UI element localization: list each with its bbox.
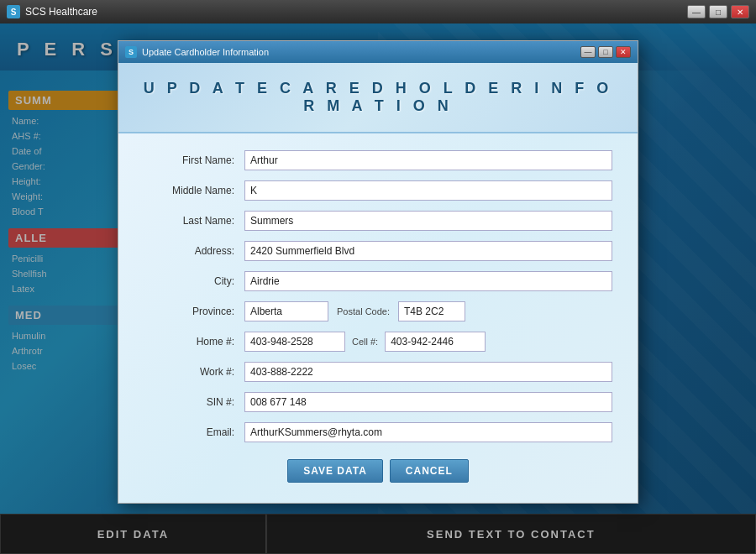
address-input[interactable]	[244, 241, 612, 261]
modal-header: U P D A T E C A R E D H O L D E R I N F …	[118, 63, 638, 133]
firstname-label: First Name:	[144, 154, 244, 166]
modal-maximize-button[interactable]: □	[598, 46, 613, 58]
save-data-button[interactable]: SAVE DATA	[287, 459, 383, 483]
city-label: City:	[144, 275, 244, 287]
firstname-input[interactable]	[244, 150, 612, 170]
province-postal-row: Province: Postal Code:	[144, 301, 612, 321]
work-row: Work #:	[144, 362, 612, 382]
city-input[interactable]	[244, 271, 612, 291]
province-label: Province:	[144, 306, 244, 317]
postal-input[interactable]	[398, 301, 465, 321]
modal-title: Update Cardholder Information	[142, 47, 575, 57]
cell-input[interactable]	[385, 332, 486, 352]
modal-controls: — □ ✕	[580, 46, 631, 58]
os-titlebar: S SCS Healthcare — □ ✕	[0, 0, 756, 24]
lastname-input[interactable]	[244, 211, 612, 231]
os-window-title: SCS Healthcare	[25, 6, 682, 18]
os-app-icon: S	[7, 5, 20, 18]
os-window-controls: — □ ✕	[687, 5, 749, 18]
os-window: S SCS Healthcare — □ ✕ P E R S O N A L H…	[0, 0, 756, 554]
os-maximize-button[interactable]: □	[709, 5, 727, 18]
sin-input[interactable]	[244, 392, 612, 412]
os-minimize-button[interactable]: —	[687, 5, 706, 18]
firstname-row: First Name:	[144, 150, 612, 170]
middlename-input[interactable]	[244, 180, 612, 201]
address-label: Address:	[144, 245, 244, 257]
home-cell-row: Home #: Cell #:	[144, 332, 612, 352]
home-label: Home #:	[144, 336, 244, 348]
modal-buttons: SAVE DATA CANCEL	[144, 452, 612, 486]
home-input[interactable]	[244, 332, 345, 352]
middlename-label: Middle Name:	[144, 185, 244, 196]
lastname-row: Last Name:	[144, 211, 612, 231]
province-input[interactable]	[244, 301, 328, 321]
work-input[interactable]	[244, 362, 612, 382]
sin-row: SIN #:	[144, 392, 612, 412]
modal-window: S Update Cardholder Information — □ ✕ U …	[118, 40, 638, 504]
city-row: City:	[144, 271, 612, 291]
postal-label: Postal Code:	[337, 306, 390, 316]
email-row: Email:	[144, 422, 612, 442]
work-label: Work #:	[144, 366, 244, 378]
lastname-label: Last Name:	[144, 215, 244, 227]
app-area: P E R S O N A L H E A L T H R E C O R D …	[0, 24, 756, 554]
middlename-row: Middle Name:	[144, 180, 612, 201]
sin-label: SIN #:	[144, 396, 244, 408]
cancel-button[interactable]: CANCEL	[390, 459, 469, 483]
address-row: Address:	[144, 241, 612, 261]
home-cell-fields: Cell #:	[244, 332, 612, 352]
modal-body: First Name: Middle Name: Last Name:	[118, 133, 638, 503]
modal-close-button[interactable]: ✕	[616, 46, 631, 58]
modal-icon: S	[125, 46, 137, 58]
email-input[interactable]	[244, 422, 612, 442]
modal-minimize-button[interactable]: —	[580, 46, 596, 58]
modal-titlebar: S Update Cardholder Information — □ ✕	[118, 41, 638, 63]
province-postal-fields: Postal Code:	[244, 301, 612, 321]
os-close-button[interactable]: ✕	[731, 5, 749, 18]
modal-overlay: S Update Cardholder Information — □ ✕ U …	[0, 24, 756, 554]
email-label: Email:	[144, 426, 244, 438]
cell-label: Cell #:	[352, 337, 378, 347]
